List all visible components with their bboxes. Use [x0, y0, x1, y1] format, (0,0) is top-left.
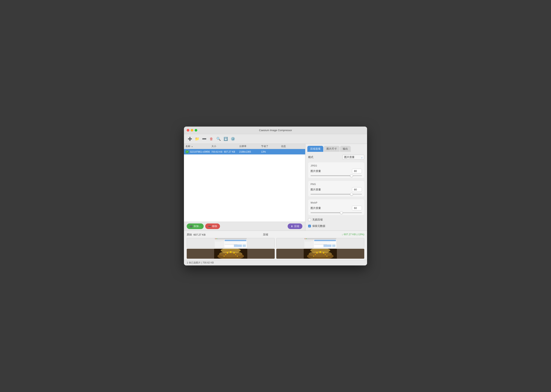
preview-area: 原始 607.27 KB 压缩 ↓ 607.27 KB (-13%)	[184, 231, 367, 260]
clear-list-button[interactable]: 🗑	[208, 136, 215, 142]
svg-point-27	[225, 254, 226, 255]
remove-button[interactable]: ➖ 移除	[205, 224, 220, 229]
svg-rect-3	[216, 238, 216, 239]
png-quality-input[interactable]	[352, 187, 362, 192]
tab-compress-options[interactable]: 压缩选项	[307, 146, 323, 152]
col-header-name[interactable]: 名称 ▲	[184, 145, 210, 148]
status-bar: 1 张已选图片 | 700.62 KB	[184, 260, 367, 266]
file-list-header: 名称 ▲ 大小 分辨率 节省了 信息	[184, 144, 305, 149]
file-list-body[interactable]: ✓ 322197861-c09f06ab-abe2-4fa6-8c... 700…	[184, 149, 305, 222]
png-title: PNG	[311, 183, 362, 186]
webp-quality-input[interactable]	[352, 206, 362, 210]
svg-rect-34	[305, 238, 306, 239]
svg-rect-32	[304, 238, 336, 239]
webp-slider-track[interactable]	[311, 212, 362, 213]
col-header-info[interactable]: 信息	[279, 145, 305, 148]
webp-slider-thumb[interactable]	[340, 211, 343, 214]
svg-rect-6	[215, 240, 224, 240]
col-header-size[interactable]: 大小	[210, 145, 238, 148]
jpeg-quality-label: 图片质量	[311, 169, 321, 173]
svg-point-55	[316, 252, 318, 254]
add-files-button[interactable]: ➕	[187, 136, 193, 142]
svg-rect-39	[305, 241, 314, 241]
preview-button[interactable]: ⬇️	[223, 136, 229, 142]
svg-point-57	[323, 252, 324, 254]
svg-point-60	[313, 256, 314, 257]
svg-point-26	[233, 252, 235, 254]
svg-point-56	[319, 251, 321, 253]
search-button[interactable]: 🔍	[215, 136, 222, 142]
check-icon: ✓	[185, 150, 189, 154]
svg-rect-16	[225, 244, 238, 245]
col-header-resolution[interactable]: 分辨率	[238, 145, 260, 148]
col-header-saved[interactable]: 节省了	[260, 145, 279, 148]
main-window: Caesium Image Compressor ➕ 📁 ➖ 🗑 🔍 ⬇️ ⚙️	[184, 126, 367, 266]
original-chandelier-preview	[187, 249, 275, 259]
svg-rect-12	[225, 241, 247, 242]
mode-row: 模式 图片质量 ⌄	[308, 155, 364, 160]
svg-rect-45	[314, 242, 330, 243]
jpeg-slider-thumb[interactable]	[350, 174, 353, 177]
traffic-lights	[187, 129, 197, 132]
right-panel: 压缩选项 图片尺寸 输出 模式 图片质量 ⌄	[305, 144, 367, 231]
svg-rect-1	[215, 238, 247, 239]
compressed-size-label: ↓ 607.27 KB (-13%)	[342, 233, 364, 236]
plus-icon: ➕	[190, 225, 193, 228]
file-name-cell: ✓ 322197861-c09f06ab-abe2-4fa6-8c...	[184, 150, 210, 154]
webp-slider-fill	[311, 212, 341, 213]
tab-output[interactable]: 输出	[340, 146, 351, 152]
svg-point-58	[315, 254, 316, 255]
svg-point-25	[230, 251, 232, 253]
tabs-bar: 压缩选项 图片尺寸 输出	[305, 144, 367, 152]
png-slider-track[interactable]	[311, 194, 362, 195]
sort-arrow-icon: ▲	[191, 145, 193, 147]
status-text: 1 张已选图片 | 700.62 KB	[187, 261, 214, 264]
jpeg-quality-input[interactable]	[352, 169, 362, 173]
add-button[interactable]: ➕ 添加...	[187, 224, 204, 229]
compress-button[interactable]: ⬇ 压缩	[288, 224, 302, 229]
lossless-checkbox[interactable]	[308, 218, 311, 221]
png-slider-thumb[interactable]	[350, 193, 353, 196]
compress-icon: ⬇	[291, 225, 293, 228]
mode-select[interactable]: 图片质量	[342, 155, 364, 160]
svg-rect-8	[215, 241, 224, 241]
minimize-button[interactable]	[191, 129, 193, 132]
svg-point-28	[235, 254, 236, 255]
settings-button[interactable]: ⚙️	[230, 136, 236, 142]
png-section: PNG 图片质量	[308, 181, 364, 196]
saved-cell: 13%	[260, 150, 279, 153]
metadata-row[interactable]: ✓ 保留元数据	[308, 224, 364, 228]
jpeg-title: JPEG	[311, 164, 362, 167]
svg-rect-42	[314, 240, 336, 241]
original-label: 原始	[187, 233, 192, 236]
webp-quality-row: 图片质量	[311, 206, 362, 210]
svg-rect-33	[305, 238, 305, 239]
search-icon: 🔍	[216, 137, 221, 141]
jpeg-slider-fill	[311, 175, 352, 176]
svg-rect-46	[314, 244, 336, 244]
png-quality-label: 图片质量	[311, 188, 321, 191]
file-list-panel: 名称 ▲ 大小 分辨率 节省了 信息	[184, 144, 305, 231]
jpeg-slider-track[interactable]	[311, 175, 362, 176]
maximize-button[interactable]	[195, 129, 197, 132]
lossless-row[interactable]: 无损压缩	[308, 218, 364, 222]
compressed-label: 压缩	[263, 233, 268, 236]
svg-rect-44	[314, 242, 336, 242]
open-folder-button[interactable]: 📁	[194, 136, 200, 142]
original-size: 700.62 KB	[212, 150, 223, 153]
svg-rect-43	[314, 241, 336, 242]
svg-rect-15	[225, 244, 247, 244]
close-button[interactable]	[187, 129, 189, 132]
svg-point-61	[326, 256, 327, 257]
metadata-checkbox[interactable]: ✓	[308, 225, 311, 227]
window-title: Caesium Image Compressor	[259, 129, 292, 132]
table-row[interactable]: ✓ 322197861-c09f06ab-abe2-4fa6-8c... 700…	[184, 149, 305, 155]
add-icon: ➕	[188, 137, 192, 141]
remove-file-button[interactable]: ➖	[201, 136, 207, 142]
tab-image-size[interactable]: 图片尺寸	[324, 146, 339, 152]
svg-rect-38	[305, 240, 314, 241]
main-toolbar: ➕ 📁 ➖ 🗑 🔍 ⬇️ ⚙️	[184, 134, 367, 144]
svg-point-30	[237, 256, 238, 257]
svg-rect-14	[225, 242, 241, 243]
compressed-screenshot-preview	[276, 238, 364, 248]
